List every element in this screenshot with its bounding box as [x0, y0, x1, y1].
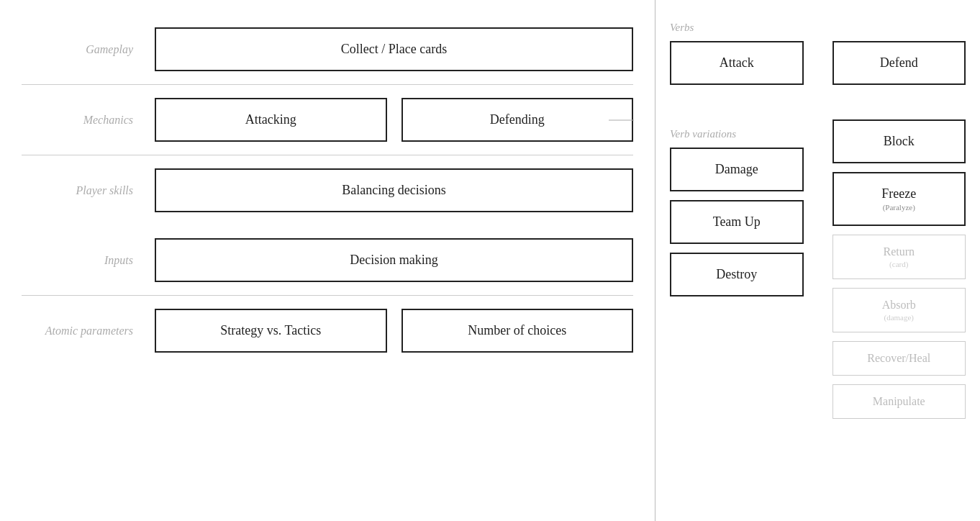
return-sub: (card) [845, 260, 954, 268]
player-skills-content: Balancing decisions [155, 168, 633, 212]
inputs-content: Decision making [155, 238, 633, 282]
manipulate-card[interactable]: Manipulate [832, 384, 966, 419]
atomic-content: Strategy vs. Tactics Number of choices [155, 309, 633, 353]
defending-card[interactable]: Defending [401, 98, 634, 142]
right-panel: Verbs Attack Verb variations Damage Team… [655, 0, 980, 521]
inputs-label: Inputs [22, 254, 155, 267]
player-skills-label: Player skills [22, 184, 155, 197]
spacer [832, 94, 966, 119]
damage-card[interactable]: Damage [670, 148, 804, 191]
inputs-row: Inputs Decision making [22, 225, 633, 295]
mechanics-content: Attacking Defending [155, 98, 633, 142]
team-up-card[interactable]: Team Up [670, 200, 804, 244]
recover-text: Recover/Heal [867, 352, 930, 364]
mechanics-row: Mechanics Attacking Defending [22, 84, 633, 155]
verb-variations-label: Verb variations [670, 128, 804, 140]
strategy-card[interactable]: Strategy vs. Tactics [155, 309, 387, 353]
recover-card[interactable]: Recover/Heal [832, 341, 966, 376]
absorb-sub: (damage) [845, 313, 954, 322]
connector-line [609, 119, 634, 120]
attack-card[interactable]: Attack [670, 41, 804, 85]
absorb-card[interactable]: Absorb (damage) [832, 288, 966, 332]
player-skills-row: Player skills Balancing decisions [22, 155, 633, 225]
return-text: Return [883, 245, 915, 258]
freeze-sub: (Paralyze) [848, 203, 950, 212]
freeze-text: Freeze [881, 186, 916, 201]
number-choices-card[interactable]: Number of choices [401, 309, 634, 353]
verbs-label: Verbs [670, 22, 804, 34]
balancing-card[interactable]: Balancing decisions [155, 168, 633, 212]
defend-card[interactable]: Defend [832, 41, 966, 85]
verbs-right-column: Verbs Defend Block Freeze (Paralyze) Ret… [818, 14, 981, 507]
gameplay-row: Gameplay Collect / Place cards [22, 14, 633, 84]
atomic-row: Atomic parameters Strategy vs. Tactics N… [22, 295, 633, 366]
atomic-label: Atomic parameters [22, 325, 155, 337]
gameplay-label: Gameplay [22, 43, 155, 56]
destroy-card[interactable]: Destroy [670, 253, 804, 296]
absorb-text: Absorb [882, 299, 916, 311]
block-card[interactable]: Block [832, 119, 966, 163]
attacking-card[interactable]: Attacking [155, 98, 387, 142]
manipulate-text: Manipulate [873, 395, 925, 407]
mechanics-label: Mechanics [22, 114, 155, 127]
return-card[interactable]: Return (card) [832, 235, 966, 279]
decision-card[interactable]: Decision making [155, 238, 633, 282]
gameplay-content: Collect / Place cards [155, 27, 633, 71]
gameplay-card[interactable]: Collect / Place cards [155, 27, 633, 71]
verbs-left-column: Verbs Attack Verb variations Damage Team… [655, 14, 818, 507]
left-panel: Gameplay Collect / Place cards Mechanics… [0, 0, 655, 521]
main-container: Gameplay Collect / Place cards Mechanics… [0, 0, 980, 521]
freeze-card[interactable]: Freeze (Paralyze) [832, 172, 966, 226]
